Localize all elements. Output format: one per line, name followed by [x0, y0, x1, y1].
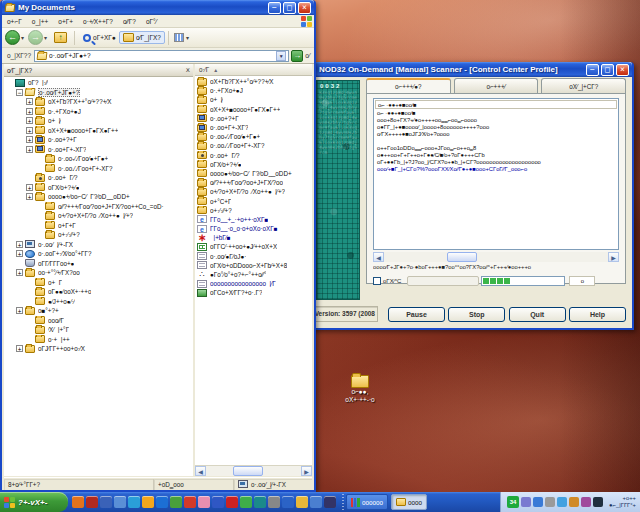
file-list-item[interactable]: o·.+ΓXo+●J [195, 86, 312, 95]
mail-icon[interactable] [114, 496, 126, 508]
scan-log-box[interactable]: o⌐ ·●●+●■oo⁄■ o⌐ ·●●+●■oo⁄■ooo+8o+ΓX?+⁄●… [373, 98, 619, 250]
tree-item[interactable]: +o■°+?+ [4, 306, 193, 316]
scrollbar-thumb[interactable] [447, 252, 477, 262]
menu-item[interactable]: o·+⁄X++Γ? [78, 18, 118, 25]
quit-button[interactable]: Quit [509, 307, 566, 322]
tree-item[interactable]: +oΓΓ⁄ΓΓΓoo+● [4, 259, 193, 269]
tree-item[interactable]: +oo·+°°⁄+⁄ΓX?oo [4, 268, 193, 278]
views-dropdown-icon[interactable]: ▾ [186, 34, 189, 41]
expander-icon[interactable]: + [16, 307, 23, 314]
minimize-button[interactable]: − [268, 2, 281, 14]
maximize-button[interactable]: □ [601, 64, 614, 76]
tree-item[interactable]: +●⁄J++o●⁄·⁄ [4, 297, 193, 307]
menu-item[interactable]: o+Γ+ [53, 18, 78, 25]
menu-item[interactable]: oΓ°⁄ [141, 18, 162, 25]
scrollbar-track[interactable] [206, 466, 301, 476]
tree-item[interactable]: +o·.oo+Γ+-XΓ? [4, 145, 193, 155]
expander-icon[interactable]: + [26, 146, 33, 153]
expander-icon[interactable]: + [26, 193, 33, 200]
stop-button[interactable]: Stop [448, 307, 505, 322]
close-button[interactable]: × [616, 64, 629, 76]
tree-item[interactable]: +o·.+ΓXo+●J [4, 107, 193, 117]
tree-item[interactable]: +o·.oo⁄_|⁄+-ΓX [4, 240, 193, 250]
file-list-item[interactable]: o+⁄?o+X+Γ⁄?o_⁄Xo++●_|⁄+? [195, 187, 312, 196]
expander-icon[interactable]: + [26, 98, 33, 105]
file-list-item[interactable]: o⁄⁄?+++⁄Γoo⁄?oo+J+ΓX⁄?oo [195, 178, 312, 187]
expander-icon[interactable]: + [16, 345, 23, 352]
help-button[interactable]: Help [569, 307, 626, 322]
tree-item[interactable]: +oX+X+■oooo+Γ●ΓX●Γ++ [4, 126, 193, 136]
address-input[interactable]: o·.oo⁄Γ+JΓ●+? ▼ [34, 50, 289, 62]
word-icon[interactable] [212, 496, 224, 508]
nod32-tab[interactable]: o⌐+++⁄ [454, 78, 539, 93]
file-list-item[interactable]: oooooooooooooooo_|⁄Γ [195, 279, 312, 288]
explorer-titlebar[interactable]: My Documents − □ × [2, 0, 314, 15]
folders-button[interactable]: o⁄Γ_|ΓX? [119, 31, 165, 44]
expander-icon[interactable]: − [16, 89, 23, 96]
tree-item[interactable]: +o+_|⁄ [4, 116, 193, 126]
expander-icon[interactable]: + [16, 269, 23, 276]
expander-icon[interactable]: + [26, 184, 33, 191]
taskbar-window-button[interactable]: oooooo [346, 494, 388, 510]
file-list-item[interactable]: oΓX⁄o+?+⁄● [195, 160, 312, 169]
file-list-item[interactable]: o+°C+Γ [195, 196, 312, 205]
back-icon[interactable]: ← [5, 30, 20, 45]
scheduler-icon[interactable] [545, 497, 555, 507]
expander-icon[interactable]: + [26, 136, 33, 143]
tree-item[interactable]: +oΓX⁄o+?+⁄● [4, 183, 193, 193]
tree-item[interactable]: +o+_Γ [4, 278, 193, 288]
file-list-item[interactable]: o·.oo+Γ+-XΓ? [195, 123, 312, 132]
menu-item[interactable]: o⁄⁄Γ? [118, 18, 141, 25]
pause-button[interactable]: Pause [388, 307, 445, 322]
network-icon[interactable] [533, 497, 543, 507]
views-icon[interactable] [174, 33, 184, 42]
firefox-icon[interactable] [142, 496, 154, 508]
update-icon[interactable] [310, 496, 322, 508]
file-list-item[interactable]: oΓX⁄o+oDDooo⌐X+Γb⁄+X+8 [195, 261, 312, 270]
address-dropdown-icon[interactable]: ▼ [276, 51, 286, 61]
file-list-item[interactable]: o·.oo+_Γ⁄? [195, 151, 312, 160]
tree-item[interactable]: +o·.oo-⁄.⁄Γoo⁄●+Γ●+ [4, 154, 193, 164]
tree-item[interactable]: +oΓ●●⁄ooX+·++o [4, 287, 193, 297]
back-dropdown-icon[interactable]: ▾ [21, 34, 24, 41]
nod32-titlebar[interactable]: NOD32 On-Demand [Manual] Scanner - [Cont… [306, 62, 632, 77]
messenger-icon[interactable] [128, 496, 140, 508]
player-icon[interactable] [324, 496, 336, 508]
ie-icon[interactable] [72, 496, 84, 508]
opera-icon[interactable] [86, 496, 98, 508]
file-list-item[interactable]: o+·⁄·⁄⁄+? [195, 206, 312, 215]
file-list-item[interactable]: oooo●+⁄oo⌐C⁄_Γ?⁄oD‗‗oDD+ [195, 169, 312, 178]
photo-icon[interactable] [198, 496, 210, 508]
skype-icon[interactable] [282, 496, 294, 508]
file-list-item[interactable]: o+_|⁄ [195, 95, 312, 104]
desktop-folder-shortcut[interactable]: o⌐●●, oX+·++-·o [334, 375, 386, 404]
scroll-right-icon[interactable]: ▶ [608, 252, 619, 262]
file-list-item[interactable]: _|+bΓ⁄■ [195, 233, 312, 242]
volume-icon[interactable] [521, 497, 531, 507]
file-list-item[interactable]: ●Γo°⁄o°+o?+⌐°++o⁄⁄° [195, 270, 312, 279]
scroll-right-icon[interactable]: ▶ [301, 466, 312, 476]
close-button[interactable]: × [298, 2, 311, 14]
winamp-icon[interactable] [184, 496, 196, 508]
clock[interactable]: +o++ ●⌐_|ΓΓΓ°+ [609, 495, 636, 509]
go-icon[interactable]: → [291, 50, 303, 62]
antivirus-icon[interactable] [557, 497, 567, 507]
scan-log-hscrollbar[interactable]: ◀ ▶ [373, 252, 619, 262]
tree-item[interactable]: +oooo●+⁄oo⌐C⁄_Γ?⁄oD‗‗oDD+ [4, 192, 193, 202]
maximize-button[interactable]: □ [283, 2, 296, 14]
search-button[interactable]: oΓ+XΓ● [78, 33, 119, 43]
file-list-item[interactable]: oX+X+■oooo+Γ●ΓX●Γ++ [195, 105, 312, 114]
menu-item[interactable]: o_|++ [27, 18, 54, 25]
scroll-left-icon[interactable]: ◀ [373, 252, 384, 262]
tree-item[interactable]: −o·.oo⁄Γ+JΓ●+? [4, 88, 193, 98]
tree-item[interactable]: +oX+Γb?ΓX++°o⁄+??+⁄X_ [4, 97, 193, 107]
file-list-item[interactable]: ΓΓo‗‗+‗·+o++·oXΓ■ [195, 215, 312, 224]
file-list-item[interactable]: o·.oo⁄●Γ⁄oJ●· [195, 252, 312, 261]
minimize-button[interactable]: − [586, 64, 599, 76]
expander-icon[interactable]: + [26, 117, 33, 124]
tree-item[interactable]: +o+Γ+Γ [4, 221, 193, 231]
folder-shortcut-icon[interactable] [296, 496, 308, 508]
tree-item[interactable]: +o·.oo.⁄.⁄Γoo+Γ+-XΓ? [4, 164, 193, 174]
up-icon[interactable]: ↑ [54, 32, 67, 43]
list-column-header[interactable]: o·⁄Γ ▲ [195, 64, 312, 76]
